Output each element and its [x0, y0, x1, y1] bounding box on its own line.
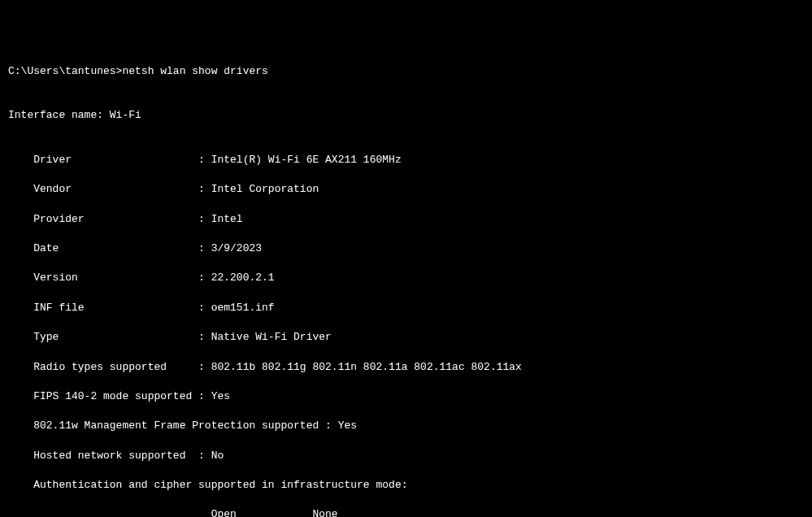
- command-prompt-line: C:\Users\tantunes>netsh wlan show driver…: [8, 64, 804, 79]
- auth-cipher-row: Open None: [8, 507, 804, 517]
- interface-name-line: Interface name: Wi-Fi: [8, 108, 804, 123]
- mgmt-frame-line: 802.11w Management Frame Protection supp…: [8, 419, 804, 433]
- driver-line: Driver : Intel(R) Wi-Fi 6E AX211 160MHz: [8, 153, 804, 167]
- auth-cipher-header: Authentication and cipher supported in i…: [8, 478, 804, 493]
- radio-types-line: Radio types supported : 802.11b 802.11g …: [8, 360, 804, 375]
- date-line: Date : 3/9/2023: [8, 241, 804, 256]
- hosted-network-line: Hosted network supported : No: [8, 449, 804, 463]
- fips-line: FIPS 140-2 mode supported : Yes: [8, 389, 804, 404]
- version-line: Version : 22.200.2.1: [8, 271, 804, 285]
- vendor-line: Vendor : Intel Corporation: [8, 182, 804, 197]
- type-line: Type : Native Wi-Fi Driver: [8, 330, 804, 345]
- inf-file-line: INF file : oem151.inf: [8, 301, 804, 315]
- provider-line: Provider : Intel: [8, 212, 804, 227]
